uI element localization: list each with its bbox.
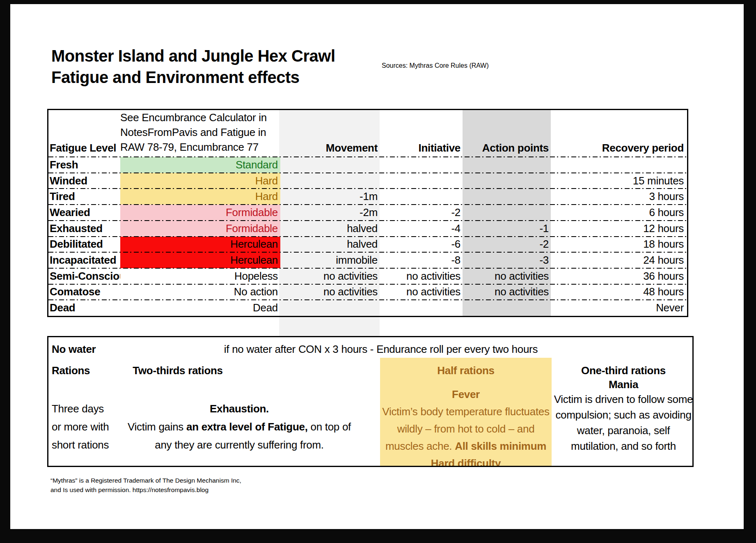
row-action-points: no activities	[464, 270, 552, 283]
screenshot-stage: Monster Island and Jungle Hex Crawl Fati…	[0, 0, 756, 543]
movement-column-shading-overflow	[279, 317, 380, 336]
exhaustion-text-pre: Victim gains	[128, 421, 186, 433]
row-difficulty: Formidable	[120, 221, 280, 237]
footer-line-2: and Is used with permission. https://not…	[50, 485, 241, 495]
fever-title: Fever	[382, 386, 550, 403]
row-recovery: 15 minutes	[552, 175, 687, 187]
row-initiative: -4	[381, 222, 464, 235]
row-recovery: 48 hours	[552, 285, 687, 298]
no-water-rule: if no water after CON x 3 hours - Endura…	[188, 343, 574, 356]
exhaustion-title: Exhaustion.	[110, 400, 369, 418]
row-movement: halved	[280, 222, 381, 235]
row-action-points: no activities	[464, 285, 552, 298]
header-movement: Movement	[280, 142, 381, 157]
row-movement: halved	[280, 238, 381, 251]
row-recovery: 18 hours	[552, 238, 687, 251]
one-third-rations-header: One-third rations	[556, 364, 691, 377]
exhaustion-text-bold: an extra level of Fatigue,	[186, 421, 308, 433]
half-rations-header: Half rations	[380, 364, 552, 377]
row-movement: immobile	[280, 254, 381, 267]
row-level: Incapacitated	[48, 254, 120, 267]
table-row: Tired Hard -1m 3 hours	[48, 189, 687, 205]
row-recovery: 24 hours	[552, 254, 687, 267]
exhaustion-text-post: on top of	[308, 421, 351, 433]
row-difficulty: Standard	[120, 157, 280, 173]
row-level: Wearied	[48, 206, 120, 219]
table-row: Exhausted Formidable halved -4 -1 12 hou…	[48, 221, 687, 237]
header-encumbrance-note: See Encumbrance Calculator in NotesFromP…	[120, 110, 280, 157]
row-action-points: -3	[464, 254, 552, 267]
row-movement: -2m	[280, 206, 381, 219]
note-line-2: NotesFromPavis and Fatigue in	[120, 125, 280, 140]
row-initiative: -8	[381, 254, 464, 267]
page-title: Monster Island and Jungle Hex Crawl Fati…	[51, 45, 335, 88]
row-action-points: -1	[464, 222, 552, 235]
header-recovery-period: Recovery period	[552, 142, 687, 157]
mania-header: Mania	[556, 378, 691, 391]
row-recovery: Never	[552, 301, 687, 314]
table-row: Fresh Standard	[48, 157, 687, 173]
row-level: Fresh	[48, 159, 120, 171]
row-recovery: 3 hours	[552, 190, 687, 203]
row-recovery: 6 hours	[552, 206, 687, 219]
table-row: Incapacitated Herculean immobile -8 -3 2…	[48, 252, 687, 268]
row-level: Exhausted	[48, 222, 120, 235]
rations-label: Rations	[52, 364, 90, 377]
row-initiative: no activities	[381, 270, 464, 283]
row-level: Tired	[48, 190, 120, 203]
note-line-3: RAW 78-79, Encumbrance 77	[120, 140, 280, 154]
row-recovery: 12 hours	[552, 222, 687, 235]
row-difficulty: Hard	[120, 173, 280, 189]
row-recovery: 36 hours	[552, 270, 687, 283]
two-thirds-rations-header: Two-thirds rations	[110, 364, 245, 377]
table-row: Comatose No action no activities no acti…	[48, 284, 687, 300]
row-initiative: -2	[381, 206, 464, 219]
row-difficulty: Dead	[120, 300, 280, 316]
sources-note: Sources: Mythras Core Rules (RAW)	[382, 62, 489, 69]
table-row: Semi-Conscious Hopeless no activities no…	[48, 268, 687, 284]
row-level: Comatose	[48, 285, 120, 298]
row-level: Winded	[48, 175, 120, 187]
duration-line-3: short rations	[52, 436, 109, 454]
document-page: Monster Island and Jungle Hex Crawl Fati…	[10, 4, 744, 529]
row-movement: no activities	[280, 270, 381, 283]
row-difficulty: Herculean	[120, 252, 280, 268]
title-line-1: Monster Island and Jungle Hex Crawl	[51, 45, 335, 67]
row-movement: no activities	[280, 285, 381, 298]
environment-table: No water if no water after CON x 3 hours…	[47, 336, 694, 467]
exhaustion-effect: Exhaustion. Victim gains an extra level …	[110, 400, 369, 454]
row-difficulty: Hard	[120, 189, 280, 205]
row-movement: -1m	[280, 190, 381, 203]
row-level: Semi-Conscious	[48, 270, 120, 283]
header-fatigue-level: Fatigue Level	[48, 142, 120, 157]
no-water-label: No water	[52, 343, 96, 356]
exhaustion-line-1: Victim gains an extra level of Fatigue, …	[110, 418, 369, 436]
duration-line-1: Three days	[52, 400, 109, 418]
header-initiative: Initiative	[381, 142, 464, 157]
exhaustion-line-2: any they are currently suffering from.	[110, 436, 369, 454]
table-row: Dead Dead Never	[48, 300, 687, 316]
row-difficulty: Herculean	[120, 237, 280, 253]
table-row: Winded Hard 15 minutes	[48, 173, 687, 189]
title-line-2: Fatigue and Environment effects	[51, 67, 335, 88]
duration-line-2: or more with	[52, 418, 109, 436]
row-initiative: -6	[381, 238, 464, 251]
row-level: Debilitated	[48, 238, 120, 251]
trademark-footer: “Mythras” is a Registered Trademark of T…	[50, 476, 241, 495]
mania-effect: Victim is driven to follow some compulsi…	[552, 391, 694, 454]
row-action-points: -2	[464, 238, 552, 251]
table-row: Debilitated Herculean halved -6 -2 18 ho…	[48, 237, 687, 253]
row-difficulty: Formidable	[120, 205, 280, 221]
row-level: Dead	[48, 301, 120, 314]
row-initiative: no activities	[381, 285, 464, 298]
row-difficulty: Hopeless	[120, 268, 280, 284]
fatigue-table: Fatigue Level See Encumbrance Calculator…	[47, 109, 688, 317]
note-line-1: See Encumbrance Calculator in	[120, 110, 280, 125]
fever-body: Victim’s body temperature fluctuates wil…	[382, 403, 550, 467]
header-action-points: Action points	[464, 142, 552, 157]
footer-line-1: “Mythras” is a Registered Trademark of T…	[50, 476, 241, 485]
table-row: Wearied Formidable -2m -2 6 hours	[48, 205, 687, 221]
fatigue-table-header: Fatigue Level See Encumbrance Calculator…	[48, 110, 687, 157]
fever-effect: Fever Victim’s body temperature fluctuat…	[382, 386, 550, 467]
short-rations-duration: Three days or more with short rations	[52, 400, 109, 454]
